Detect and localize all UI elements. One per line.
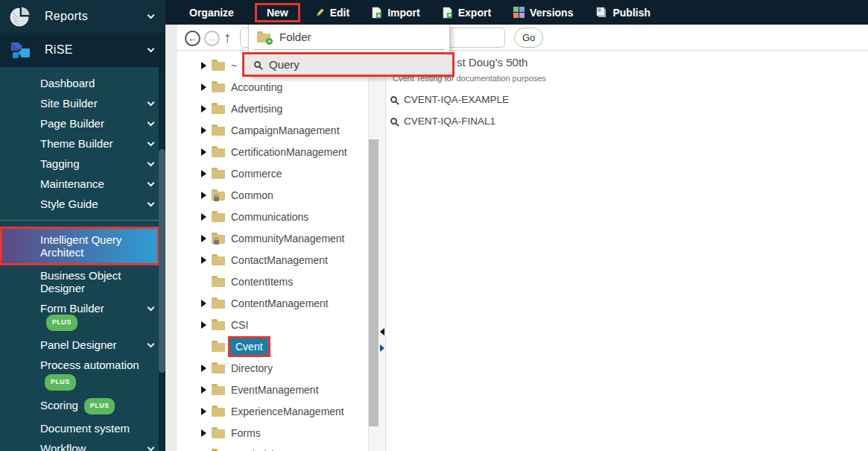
expand-arrow-icon[interactable] (201, 300, 206, 307)
sidebar-item-dashboard[interactable]: Dashboard (0, 73, 165, 93)
up-icon[interactable]: ↑ (224, 29, 231, 46)
sidebar-item-theme-builder[interactable]: Theme Builder (0, 133, 165, 154)
tree-item-directory[interactable]: Directory (177, 357, 368, 379)
folder-icon (212, 386, 225, 395)
expand-arrow-icon[interactable] (201, 83, 206, 91)
expand-arrow-icon[interactable] (201, 105, 206, 113)
sidebar-divider (0, 220, 165, 221)
expand-arrow-icon[interactable] (201, 429, 206, 437)
folder-tree: ~ Accounting Advertising CampaignManagem… (177, 51, 368, 451)
tree-item-forms[interactable]: Forms (177, 422, 368, 444)
sidebar-item-tagging[interactable]: Tagging (0, 154, 165, 174)
folder-icon (212, 127, 225, 136)
tree-item-cvent[interactable]: Cvent (177, 335, 368, 357)
tree-item-experiencemanagement[interactable]: ExperienceManagement (177, 400, 368, 422)
sidebar-header-reports[interactable]: Reports (0, 0, 165, 33)
sidebar-item-workflow[interactable]: Workflow (0, 438, 165, 451)
search-icon (390, 118, 397, 124)
tree-item-contactmanagement[interactable]: ContactManagement (177, 249, 368, 271)
puzzle-icon (9, 38, 33, 62)
selected-tree-label: Cvent (228, 336, 270, 357)
query-result-item[interactable]: CVENT-IQA-EXAMPLE (390, 94, 509, 105)
expand-arrow-icon[interactable] (201, 170, 206, 177)
sidebar-item-intelligent-query-architect[interactable]: Intelligent Query Architect (0, 227, 159, 265)
tree-item-accounting[interactable]: Accounting (177, 76, 368, 98)
chevron-down-icon (148, 200, 155, 207)
menu-item-query[interactable]: Query (242, 52, 454, 77)
export-icon (443, 7, 453, 19)
collapse-right-icon[interactable] (380, 344, 384, 352)
plus-badge: PLUS (84, 398, 115, 414)
tree-item-commerce[interactable]: Commerce (177, 163, 368, 184)
toolbar-publish-button[interactable]: Publish (595, 7, 650, 19)
sidebar-scrollbar-thumb[interactable] (159, 149, 165, 373)
folder-icon (212, 83, 225, 92)
sidebar-item-site-builder[interactable]: Site Builder (0, 93, 165, 113)
expand-arrow-icon[interactable] (201, 148, 206, 156)
versions-icon (513, 7, 525, 18)
sidebar-section-rise[interactable]: RiSE (0, 33, 165, 67)
sidebar-item-panel-designer[interactable]: Panel Designer (0, 335, 165, 355)
sidebar-item-style-guide[interactable]: Style Guide (0, 194, 165, 214)
back-icon[interactable]: ← (185, 31, 200, 46)
chevron-down-icon (148, 139, 155, 147)
menu-item-folder[interactable]: + Folder (249, 25, 449, 49)
sidebar-item-page-builder[interactable]: Page Builder (0, 113, 165, 133)
folder-icon (212, 278, 225, 287)
forward-icon[interactable]: → (204, 31, 220, 46)
toolbar-organize-button[interactable]: Organize (189, 7, 234, 19)
tree-item-campaignmanagement[interactable]: CampaignManagement (177, 119, 368, 141)
tree-item-communitymanagement[interactable]: CommunityManagement (177, 227, 368, 249)
expand-arrow-icon[interactable] (201, 235, 206, 242)
toolbar-versions-button[interactable]: Versions (513, 7, 573, 19)
expand-arrow-icon[interactable] (201, 408, 206, 415)
expand-arrow-icon[interactable] (201, 213, 206, 221)
sidebar-item-process-automation[interactable]: Process automationPLUS (0, 355, 165, 394)
panel-splitter[interactable] (378, 51, 386, 451)
sidebar-item-business-object-designer[interactable]: Business Object Designer (0, 265, 165, 298)
folder-icon (212, 170, 225, 179)
sidebar-item-document-system[interactable]: Document system (0, 418, 165, 438)
import-icon (372, 7, 382, 19)
tree-item-fundraising[interactable]: Fundraising (177, 444, 368, 451)
expand-arrow-icon[interactable] (201, 321, 206, 329)
folder-icon (212, 213, 225, 222)
publish-icon (595, 7, 607, 18)
plus-badge: PLUS (45, 374, 76, 391)
folder-icon (212, 62, 225, 71)
tree-item-advertising[interactable]: Advertising (177, 98, 368, 119)
chevron-down-icon (148, 341, 155, 348)
sidebar-item-scoring[interactable]: ScoringPLUS (0, 394, 165, 418)
pencil-icon (314, 7, 325, 18)
expand-arrow-icon[interactable] (201, 127, 206, 134)
toolbar-edit-button[interactable]: Edit (314, 7, 349, 19)
expand-arrow-icon[interactable] (201, 256, 206, 264)
expand-arrow-icon[interactable] (201, 192, 206, 199)
folder-icon (212, 321, 225, 330)
go-button[interactable]: Go (514, 28, 543, 48)
expand-arrow-icon[interactable] (201, 62, 206, 69)
sidebar-item-maintenance[interactable]: Maintenance (0, 174, 165, 194)
collapse-left-icon[interactable] (380, 328, 384, 335)
chevron-down-icon (148, 444, 155, 451)
toolbar-import-button[interactable]: Import (372, 7, 420, 19)
expand-arrow-icon[interactable] (201, 386, 206, 394)
sidebar-nav-list: Dashboard Site Builder Page Builder Them… (0, 73, 165, 451)
new-folder-icon: + (257, 34, 270, 42)
plus-badge: PLUS (46, 315, 77, 331)
tree-item-common[interactable]: Common (177, 184, 368, 206)
tree-item-eventmanagement[interactable]: EventManagement (177, 379, 368, 400)
sidebar-item-form-builder[interactable]: Form BuilderPLUS (0, 298, 165, 335)
tree-item-certificationmanagement[interactable]: CertificationManagement (177, 141, 368, 163)
tree-item-communications[interactable]: Communications (177, 206, 368, 227)
sidebar-section-label: RiSE (45, 43, 73, 57)
page-title: st Doug's 50th (457, 56, 528, 69)
expand-arrow-icon[interactable] (201, 365, 206, 372)
tree-scrollbar-thumb[interactable] (369, 139, 378, 426)
query-result-item[interactable]: CVENT-IQA-FINAL1 (390, 116, 495, 127)
toolbar-export-button[interactable]: Export (443, 7, 491, 19)
tree-item-contentitems[interactable]: ContentItems (177, 271, 368, 292)
tree-item-contentmanagement[interactable]: ContentManagement (177, 292, 368, 314)
tree-item-csi[interactable]: CSI (177, 314, 368, 335)
toolbar-new-button[interactable]: New (267, 7, 288, 19)
